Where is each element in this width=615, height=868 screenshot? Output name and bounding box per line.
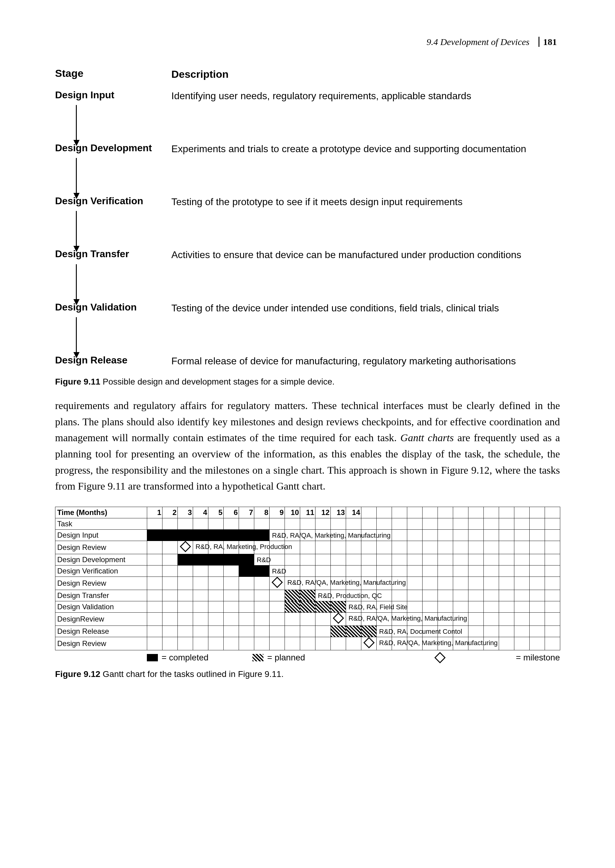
gantt-table: Time (Months)1234567891011121314TaskDesi… — [55, 507, 560, 650]
figure-number: Figure 9.11 — [55, 377, 100, 386]
gantt-cell — [530, 554, 545, 566]
gantt-cell — [407, 577, 423, 590]
gantt-month — [407, 507, 423, 518]
gantt-cell — [193, 530, 208, 541]
gantt-task-name: Design Verification — [55, 566, 147, 577]
gantt-cell — [224, 530, 239, 541]
gantt-cell — [407, 590, 423, 601]
gantt-cell — [239, 554, 254, 566]
gantt-cell — [331, 637, 346, 650]
gantt-month: 12 — [315, 507, 331, 518]
gantt-cell — [178, 530, 193, 541]
gantt-task-name: Design Review — [55, 637, 147, 650]
gantt-cell — [361, 518, 377, 530]
gantt-cell — [407, 554, 423, 566]
gantt-cell — [499, 566, 514, 577]
gantt-cell — [468, 601, 484, 613]
gantt-cell — [270, 613, 285, 626]
gantt-row: Design ReviewR&D, RA, Marketing, Product… — [55, 541, 560, 554]
figure-text: Possible design and development stages f… — [100, 377, 335, 386]
gantt-cell — [285, 626, 300, 637]
stage-desc: Testing of the device under intended use… — [171, 302, 560, 315]
gantt-cell — [346, 566, 361, 577]
gantt-cell — [331, 601, 346, 613]
gantt-cell — [254, 637, 270, 650]
gantt-cell: R&D, RA/QA, Marketing, Manufacturing — [346, 613, 361, 626]
gantt-cell — [514, 566, 530, 577]
gantt-resource-label: R&D, RA/QA, Marketing, Manufacturing — [378, 639, 498, 647]
gantt-cell — [377, 541, 392, 554]
gantt-cell — [315, 554, 331, 566]
gantt-cell — [499, 601, 514, 613]
running-header: 9.4 Development of Devices 181 — [426, 37, 557, 47]
gantt-cell — [530, 530, 545, 541]
gantt-cell — [162, 613, 178, 626]
gantt-cell — [484, 613, 499, 626]
gantt-cell — [545, 530, 560, 541]
gantt-cell — [224, 577, 239, 590]
gantt-month: 8 — [254, 507, 270, 518]
gantt-cell — [453, 541, 468, 554]
gantt-cell — [239, 518, 254, 530]
gantt-month: 2 — [162, 507, 178, 518]
milestone-icon — [272, 577, 283, 588]
gantt-cell: R&D, RA/QA, Marketing, Manufacturing — [285, 577, 300, 590]
gantt-cell — [423, 541, 438, 554]
gantt-cell — [438, 530, 453, 541]
page: 9.4 Development of Devices 181 Stage Des… — [0, 0, 615, 868]
gantt-cell — [178, 626, 193, 637]
gantt-cell — [377, 566, 392, 577]
gantt-cell — [162, 577, 178, 590]
gantt-cell — [484, 530, 499, 541]
gantt-month: 1 — [147, 507, 162, 518]
gantt-cell — [224, 518, 239, 530]
gantt-cell — [514, 530, 530, 541]
gantt-cell — [468, 590, 484, 601]
arrow-icon — [73, 159, 560, 195]
gantt-cell — [147, 601, 162, 613]
gantt-cell — [162, 554, 178, 566]
gantt-cell — [315, 566, 331, 577]
arrow-icon — [73, 318, 560, 355]
gantt-cell — [147, 518, 162, 530]
gantt-cell — [499, 554, 514, 566]
gantt-cell — [484, 566, 499, 577]
gantt-cell — [147, 577, 162, 590]
gantt-cell — [484, 541, 499, 554]
gantt-cell — [484, 554, 499, 566]
col-desc-header: Description — [171, 68, 229, 80]
gantt-cell — [147, 541, 162, 554]
gantt-cell — [193, 518, 208, 530]
gantt-task-name: DesignReview — [55, 613, 147, 626]
gantt-cell — [453, 601, 468, 613]
gantt-cell — [285, 601, 300, 613]
gantt-chart: Time (Months)1234567891011121314TaskDesi… — [55, 507, 560, 663]
gantt-task-name: Design Input — [55, 530, 147, 541]
gantt-cell — [423, 566, 438, 577]
gantt-cell — [514, 518, 530, 530]
stage-row: Design Input Identifying user needs, reg… — [55, 89, 560, 142]
gantt-cell — [208, 626, 224, 637]
gantt-legend: = completed = planned = milestone — [147, 650, 560, 663]
gantt-cell — [162, 590, 178, 601]
stage-row: Design Validation Testing of the device … — [55, 302, 560, 355]
gantt-cell — [438, 541, 453, 554]
gantt-cell — [514, 577, 530, 590]
gantt-cell — [423, 601, 438, 613]
gantt-month — [453, 507, 468, 518]
gantt-cell — [300, 626, 315, 637]
gantt-cell — [438, 566, 453, 577]
gantt-cell — [484, 590, 499, 601]
stage-label: Design Development — [55, 142, 152, 153]
milestone-icon — [332, 613, 344, 624]
arrow-icon — [73, 211, 560, 248]
stage-label: Design Release — [55, 355, 128, 366]
gantt-cell — [270, 554, 285, 566]
gantt-cell — [392, 530, 407, 541]
gantt-cell — [438, 518, 453, 530]
gantt-month — [438, 507, 453, 518]
gantt-cell — [545, 590, 560, 601]
gantt-cell: R&D — [254, 554, 270, 566]
gantt-task-name: Design Validation — [55, 601, 147, 613]
gantt-cell — [285, 613, 300, 626]
